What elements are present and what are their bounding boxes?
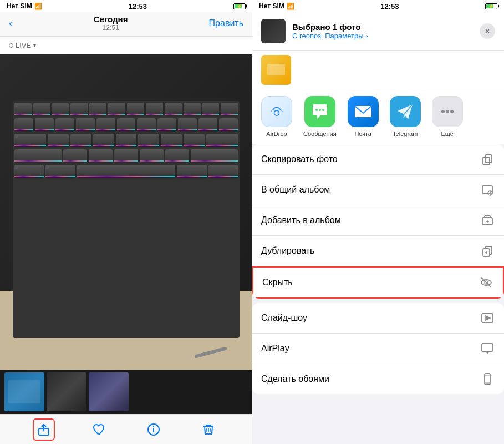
svg-point-15	[450, 110, 454, 113]
action-wallpaper[interactable]: Сделать обоями	[252, 364, 504, 394]
mail-icon	[348, 96, 379, 127]
share-header: Выбрано 1 фото С геопоз. Параметры › ×	[252, 12, 504, 51]
photo-area	[0, 54, 252, 370]
copy-photo-icon	[480, 152, 495, 167]
preview-thumbnail	[261, 55, 291, 85]
airdrop-icon	[261, 96, 292, 127]
more-label: Ещё	[441, 130, 454, 137]
add-album-icon	[480, 213, 495, 228]
action-list: Скопировать фото В общий альбом	[252, 144, 504, 444]
photo-preview-row	[252, 51, 504, 89]
live-dot-icon	[9, 43, 13, 48]
live-label: LIVE	[16, 41, 31, 49]
nav-title-sub: 12:51	[94, 24, 128, 32]
airplay-icon	[480, 341, 495, 356]
action-duplicate-label: Дублировать	[261, 246, 314, 256]
share-thumb-image	[261, 19, 286, 43]
app-item-messages[interactable]: Сообщения	[303, 96, 337, 137]
share-subtitle: С геопоз. Параметры ›	[292, 32, 473, 40]
svg-point-13	[441, 110, 445, 113]
messages-label: Сообщения	[303, 130, 337, 137]
action-section-1: Скопировать фото В общий альбом	[252, 144, 504, 299]
back-button[interactable]: ‹	[9, 17, 13, 29]
right-status-bar: Нет SIM 📶 12:53 ⚡	[252, 0, 504, 12]
duplicate-icon	[480, 243, 495, 259]
left-status-bar: Нет SIM 📶 12:53 ⚡	[0, 0, 252, 12]
action-airplay-label: AirPlay	[261, 344, 289, 354]
svg-rect-17	[483, 157, 490, 165]
more-icon	[432, 96, 463, 127]
svg-point-10	[319, 109, 321, 111]
airdrop-label: AirDrop	[266, 130, 287, 137]
share-subtitle-text: С геопоз.	[292, 32, 323, 40]
action-shared-album-label: В общий альбом	[261, 185, 330, 195]
right-carrier: Нет SIM 📶	[259, 2, 294, 10]
svg-point-9	[315, 109, 318, 111]
app-item-more[interactable]: Ещё	[432, 96, 463, 137]
left-time: 12:53	[129, 2, 147, 11]
thumbnail-item[interactable]	[4, 372, 44, 411]
thumbnail-strip	[0, 370, 252, 414]
action-slideshow[interactable]: Слайд-шоу	[252, 303, 504, 334]
action-shared-album[interactable]: В общий альбом	[252, 175, 504, 205]
info-button[interactable]	[142, 418, 165, 441]
app-item-mail[interactable]: Почта	[348, 96, 379, 137]
share-button[interactable]	[33, 418, 55, 441]
thumbnail-item[interactable]	[47, 372, 86, 411]
app-item-telegram[interactable]: Telegram	[390, 96, 421, 137]
thumbnail-item[interactable]	[89, 372, 129, 411]
edit-button[interactable]: Править	[209, 18, 243, 28]
left-panel: Нет SIM 📶 12:53 ⚡ ‹ Сегодня 12:51 Правит…	[0, 0, 252, 444]
left-wifi-icon: 📶	[34, 3, 42, 10]
nav-title-main: Сегодня	[94, 14, 128, 24]
right-battery-area: ⚡	[485, 3, 497, 9]
nav-title: Сегодня 12:51	[94, 14, 128, 32]
app-icons-row: AirDrop Сообщения	[252, 89, 504, 144]
svg-marker-35	[485, 351, 490, 354]
right-panel: Нет SIM 📶 12:53 ⚡ Выбрано 1 фото С геопо…	[252, 0, 504, 444]
left-battery-icon: ⚡	[233, 3, 246, 9]
svg-marker-33	[486, 316, 490, 320]
action-slideshow-label: Слайд-шоу	[261, 313, 307, 323]
share-info: Выбрано 1 фото С геопоз. Параметры ›	[292, 22, 473, 40]
left-nav-bar: ‹ Сегодня 12:51 Править	[0, 12, 252, 37]
trash-button[interactable]	[197, 418, 220, 441]
share-sheet: Выбрано 1 фото С геопоз. Параметры › ×	[252, 12, 504, 444]
telegram-label: Telegram	[393, 130, 418, 137]
share-params-link[interactable]: Параметры ›	[325, 32, 368, 40]
right-time: 12:53	[380, 2, 399, 11]
shared-album-icon	[480, 182, 495, 198]
svg-point-4	[153, 426, 154, 427]
share-icon	[37, 423, 50, 436]
left-charging-icon: ⚡	[237, 4, 242, 9]
action-airplay[interactable]: AirPlay	[252, 334, 504, 364]
left-carrier-text: Нет SIM	[7, 2, 32, 10]
svg-point-8	[274, 110, 279, 115]
action-add-album[interactable]: Добавить в альбом	[252, 205, 504, 236]
svg-rect-34	[482, 344, 493, 351]
left-battery-area: ⚡	[233, 3, 246, 9]
action-copy-photo[interactable]: Скопировать фото	[252, 144, 504, 175]
bottom-toolbar	[0, 414, 252, 444]
action-wallpaper-label: Сделать обоями	[261, 374, 329, 384]
action-add-album-label: Добавить в альбом	[261, 215, 341, 225]
keyboard-photo	[0, 54, 252, 370]
telegram-icon	[390, 96, 421, 127]
mail-label: Почта	[354, 130, 371, 137]
keyboard-body	[13, 101, 240, 338]
live-bar[interactable]: LIVE ▾	[0, 37, 252, 54]
action-duplicate[interactable]: Дублировать	[252, 236, 504, 266]
share-close-button[interactable]: ×	[480, 23, 495, 39]
slideshow-icon	[480, 310, 495, 326]
live-chevron-icon: ▾	[33, 42, 36, 48]
right-carrier-text: Нет SIM	[259, 2, 284, 10]
left-carrier: Нет SIM 📶	[7, 2, 42, 10]
wallpaper-icon	[480, 371, 495, 387]
app-item-airdrop[interactable]: AirDrop	[261, 96, 292, 137]
action-hide-label: Скрыть	[262, 278, 293, 287]
right-wifi-icon: 📶	[287, 3, 294, 10]
hide-icon	[478, 275, 494, 290]
action-hide[interactable]: Скрыть	[252, 266, 504, 299]
heart-button[interactable]	[88, 418, 110, 441]
svg-line-30	[481, 278, 491, 287]
